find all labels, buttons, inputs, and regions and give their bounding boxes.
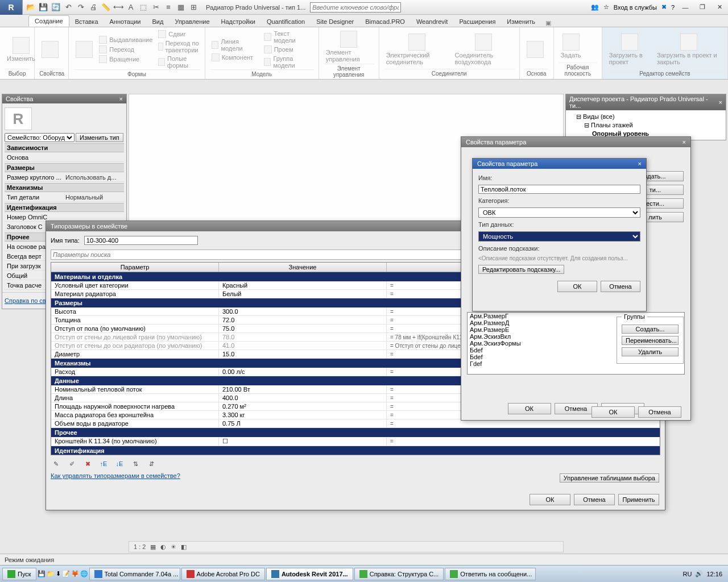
pp-outer-cancel2-button[interactable]: Отмена (638, 406, 681, 418)
ql-tc-icon[interactable]: 📁 (47, 570, 55, 577)
tray-lang[interactable]: RU (683, 571, 692, 577)
tree-plans[interactable]: ⊟ Планы этажей (568, 121, 723, 130)
modelgroup-button[interactable]: Группа модели (262, 55, 314, 69)
movedown-icon[interactable]: ↓E (114, 459, 125, 469)
blend-button[interactable]: Переход (97, 45, 154, 54)
table-row[interactable]: Кронштейн К 11.34 (по умолчанию)☐= (51, 437, 660, 446)
tab-view[interactable]: Вид (147, 16, 169, 27)
tab-bimacad[interactable]: Bimacad.PRO (359, 16, 411, 27)
family-selector[interactable]: Семейство: Оборуд (5, 133, 75, 142)
help-search-input[interactable] (310, 2, 401, 13)
pt-cat[interactable]: Идентификация (51, 446, 660, 455)
visual-style-icon[interactable]: ◐ (160, 543, 166, 551)
component-button[interactable]: Компонент (210, 53, 260, 62)
sortdesc-icon[interactable]: ⇵ (146, 459, 156, 469)
tab-annotate[interactable]: Аннотации (104, 16, 147, 27)
task-reply[interactable]: Ответить на сообщени... (445, 568, 536, 580)
cat-id[interactable]: Идентификация (5, 203, 124, 212)
tab-insert[interactable]: Вставка (69, 16, 104, 27)
edit-hint-button[interactable]: Редактировать подсказку... (478, 265, 564, 274)
task-acrobat[interactable]: Adobe Acrobat Pro DC (181, 568, 265, 580)
tab-extensions[interactable]: Расширения (453, 16, 501, 27)
ref-button[interactable] (524, 40, 546, 59)
voids-button[interactable]: Полые формы (156, 55, 203, 69)
open-icon[interactable]: 📂 (26, 3, 35, 12)
restore-button[interactable]: ❐ (696, 2, 709, 13)
text-icon[interactable]: A (126, 3, 135, 12)
ft-cancel-button[interactable]: Отмена (574, 494, 615, 505)
ql-chrome-icon[interactable]: 🌐 (80, 570, 88, 577)
pp-name-input[interactable] (478, 185, 640, 194)
modelline-button[interactable]: Линия модели (210, 38, 260, 52)
pp-cancel-button[interactable]: Отмена (601, 281, 640, 292)
ribbon-panel-toggle-icon[interactable]: ▣ (545, 19, 551, 27)
modify-button[interactable]: Изменить (5, 36, 38, 63)
tab-create[interactable]: Создание (28, 15, 69, 27)
grp-rename-button[interactable]: Переименовать... (622, 336, 679, 345)
col-value[interactable]: Значение (219, 263, 387, 272)
shadows-icon[interactable]: ◧ (181, 543, 187, 551)
manage-types-link[interactable]: Как управлять типоразмерами в семействе? (51, 472, 180, 479)
edit-type-button[interactable]: Изменить тип (76, 133, 123, 142)
detail-level-icon[interactable]: ▦ (150, 543, 156, 551)
login-link[interactable]: Вход в службы (614, 4, 657, 11)
ft-apply-button[interactable]: Применить (618, 494, 659, 505)
edit-param-icon[interactable]: ✐ (67, 459, 77, 469)
delete-param-icon[interactable]: ✖ (82, 459, 93, 469)
close-windows-icon[interactable]: ▦ (176, 3, 185, 12)
redo-icon[interactable]: ↷ (76, 3, 85, 12)
cat-mech[interactable]: Механизмы (5, 183, 124, 192)
sync-icon[interactable]: 🔄 (51, 3, 60, 12)
table-row[interactable]: Объем воды в радиаторе0.75 Л= (51, 419, 660, 428)
tab-weandrevit[interactable]: Weandrevit (411, 16, 453, 27)
sun-icon[interactable]: ☀ (171, 543, 176, 551)
pp-outer-ok2-button[interactable]: ОК (592, 406, 635, 418)
tab-quant[interactable]: Quantification (261, 16, 311, 27)
tree-views[interactable]: ⊟ Виды (все) (568, 113, 723, 121)
section-icon[interactable]: ✂ (151, 3, 160, 12)
app-menu-button[interactable]: R (0, 0, 23, 15)
pp-cat-select[interactable]: ОВК (478, 207, 640, 218)
control-button[interactable]: Элемент управления (324, 30, 374, 64)
print-icon[interactable]: 🖨 (89, 3, 98, 12)
forms-split[interactable] (73, 40, 95, 59)
grp-create-button[interactable]: Создать... (622, 325, 679, 334)
ql-write-icon[interactable]: 📝 (62, 570, 70, 577)
dim-icon[interactable]: ⟷ (114, 3, 123, 12)
ql-dl-icon[interactable]: ⬇ (56, 570, 61, 577)
scale-label[interactable]: 1 : 2 (134, 543, 146, 550)
sweep-button[interactable]: Сдвиг (156, 30, 203, 39)
switch-windows-icon[interactable]: ⊞ (189, 3, 198, 12)
pp-close-icon[interactable]: × (638, 160, 642, 167)
task-revit[interactable]: Autodesk Revit 2017... (266, 568, 353, 580)
exchange-icon[interactable]: ✖ (661, 3, 667, 11)
cat-sizes[interactable]: Размеры (5, 163, 124, 172)
workplane-button[interactable]: Задать (559, 32, 584, 60)
load-project-button[interactable]: Загрузить в проект (607, 32, 652, 66)
sortasc-icon[interactable]: ⇅ (130, 459, 140, 469)
minimize-button[interactable]: — (679, 2, 692, 13)
task-tc[interactable]: Total Commander 7.04a ... (89, 568, 180, 580)
duct-connector-button[interactable]: Соединитель воздуховода (453, 32, 515, 66)
revolve-button[interactable]: Вращение (97, 55, 154, 64)
measure-icon[interactable]: 📏 (101, 3, 110, 12)
browser-close-icon[interactable]: × (719, 99, 722, 106)
cat-deps[interactable]: Зависимости (5, 143, 124, 152)
favorite-icon[interactable]: ☆ (603, 3, 609, 11)
new-param-icon[interactable]: ✎ (51, 459, 61, 469)
tray-speaker-icon[interactable]: 🔊 (695, 570, 703, 577)
pt-cat[interactable]: Прочее (51, 428, 660, 437)
pp-outer-ok-button[interactable]: ОК (508, 403, 551, 414)
col-parameter[interactable]: Параметр (51, 263, 219, 272)
grp-delete-button[interactable]: Удалить (622, 347, 679, 356)
elec-connector-button[interactable]: Электрический соединитель (384, 32, 450, 66)
close-button[interactable]: ✕ (713, 2, 726, 13)
3d-icon[interactable]: ⬚ (139, 3, 148, 12)
lookup-tables-button[interactable]: Управление таблицами выбора (560, 473, 659, 483)
sweptblend-button[interactable]: Переход по траектории (156, 39, 203, 54)
modeltext-button[interactable]: Текст модели (262, 30, 314, 44)
tab-addins[interactable]: Надстройки (216, 16, 261, 27)
subscription-icon[interactable]: 👥 (591, 3, 599, 11)
moveup-icon[interactable]: ↑E (98, 459, 109, 469)
opening-button[interactable]: Проем (262, 45, 314, 54)
